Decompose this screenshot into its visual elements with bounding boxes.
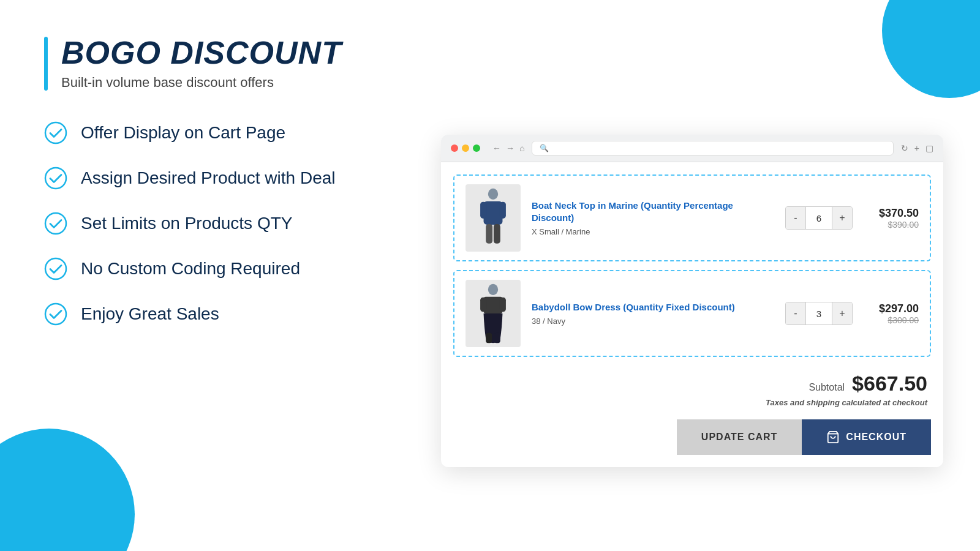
- svg-rect-8: [500, 202, 506, 219]
- qty-controls-1[interactable]: - 6 +: [785, 206, 853, 230]
- browser-window: ← → ⌂ 🔍 ↻ + ▢ Boat Neck T: [441, 135, 943, 467]
- nav-forward[interactable]: →: [506, 143, 514, 153]
- qty-decrease-2[interactable]: -: [786, 302, 805, 324]
- svg-rect-9: [486, 224, 492, 244]
- svg-point-0: [45, 122, 66, 143]
- feature-item-feat-4: No Custom Coding Required: [44, 257, 387, 280]
- svg-rect-12: [484, 297, 503, 313]
- price-current-2: $297.00: [864, 302, 919, 315]
- cart-icon: [826, 430, 840, 444]
- svg-rect-16: [494, 333, 500, 343]
- add-tab-icon[interactable]: +: [914, 143, 919, 153]
- item-price-1: $370.50 $390.00: [864, 207, 919, 230]
- features-list: Offer Display on Cart Page Assign Desire…: [44, 121, 387, 326]
- dot-green[interactable]: [473, 144, 480, 152]
- feature-label: Assign Desired Product with Deal: [81, 168, 336, 188]
- qty-value-1: 6: [805, 207, 832, 229]
- price-original-2: $300.00: [864, 315, 919, 325]
- qty-decrease-1[interactable]: -: [786, 207, 805, 229]
- cart-item-2: Babydoll Bow Dress (Quantity Fixed Disco…: [453, 270, 931, 357]
- feature-label: Offer Display on Cart Page: [81, 123, 285, 143]
- right-section: ← → ⌂ 🔍 ↻ + ▢ Boat Neck T: [441, 135, 943, 467]
- deco-circle-bottom-left: [0, 429, 135, 551]
- subtotal-amount: $667.50: [852, 372, 927, 395]
- tax-note: Taxes and shipping calculated at checkou…: [453, 398, 927, 407]
- item-price-2: $297.00 $300.00: [864, 302, 919, 325]
- qty-value-2: 3: [805, 302, 832, 324]
- svg-point-3: [45, 258, 66, 279]
- cart-subtotal: Subtotal $667.50 Taxes and shipping calc…: [453, 365, 931, 419]
- item-variant-2: 38 / Navy: [532, 317, 774, 326]
- svg-rect-7: [480, 202, 486, 219]
- cart-item-1: Boat Neck Top in Marine (Quantity Percen…: [453, 174, 931, 261]
- checkout-button[interactable]: CHECKOUT: [802, 419, 931, 455]
- title-accent-bar: [44, 37, 48, 91]
- item-name-1: Boat Neck Top in Marine (Quantity Percen…: [532, 200, 774, 223]
- title-block: BOGO DISCOUNT Built-in volume base disco…: [44, 37, 387, 91]
- check-circle-icon: [44, 167, 67, 190]
- search-icon: 🔍: [540, 144, 549, 152]
- extensions-icon[interactable]: ▢: [925, 143, 933, 153]
- svg-point-2: [45, 213, 66, 234]
- refresh-icon[interactable]: ↻: [901, 143, 908, 153]
- price-current-1: $370.50: [864, 207, 919, 220]
- check-circle-icon: [44, 121, 67, 144]
- feature-item-feat-1: Offer Display on Cart Page: [44, 121, 387, 144]
- item-variant-1: X Small / Marine: [532, 227, 774, 236]
- cart-items-container: Boat Neck Top in Marine (Quantity Percen…: [453, 174, 931, 357]
- svg-point-4: [45, 304, 66, 324]
- qty-controls-2[interactable]: - 3 +: [785, 302, 853, 325]
- svg-rect-10: [494, 224, 500, 244]
- qty-increase-2[interactable]: +: [832, 302, 852, 324]
- browser-actions: ↻ + ▢: [901, 143, 933, 153]
- title-text: BOGO DISCOUNT Built-in volume base disco…: [61, 37, 342, 91]
- update-cart-button[interactable]: UPDATE CART: [677, 419, 802, 455]
- browser-dots: [451, 144, 480, 152]
- cart-actions: UPDATE CART CHECKOUT: [453, 419, 931, 455]
- item-details-2: Babydoll Bow Dress (Quantity Fixed Disco…: [532, 301, 774, 326]
- nav-back[interactable]: ←: [492, 143, 501, 153]
- feature-item-feat-3: Set Limits on Products QTY: [44, 212, 387, 235]
- dot-yellow[interactable]: [462, 144, 469, 152]
- svg-point-1: [45, 168, 66, 189]
- svg-rect-14: [500, 298, 506, 312]
- browser-bar: ← → ⌂ 🔍 ↻ + ▢: [441, 135, 943, 162]
- subtotal-label: Subtotal: [809, 382, 845, 393]
- feature-item-feat-5: Enjoy Great Sales: [44, 302, 387, 326]
- browser-nav: ← → ⌂: [492, 143, 524, 153]
- price-original-1: $390.00: [864, 220, 919, 230]
- check-circle-icon: [44, 257, 67, 280]
- main-title: BOGO DISCOUNT: [61, 37, 342, 69]
- svg-rect-15: [486, 333, 492, 343]
- svg-point-11: [488, 284, 498, 295]
- checkout-label: CHECKOUT: [846, 432, 907, 443]
- feature-label: Enjoy Great Sales: [81, 304, 219, 324]
- item-image-2: [466, 280, 521, 347]
- browser-url-bar[interactable]: 🔍: [532, 141, 893, 156]
- qty-increase-1[interactable]: +: [832, 207, 852, 229]
- subtotal-row: Subtotal $667.50: [453, 372, 927, 395]
- item-image-1: [466, 184, 521, 252]
- svg-point-5: [488, 189, 498, 200]
- dot-red[interactable]: [451, 144, 458, 152]
- feature-label: No Custom Coding Required: [81, 259, 300, 279]
- subtitle: Built-in volume base discount offers: [61, 75, 342, 91]
- check-circle-icon: [44, 212, 67, 235]
- browser-content: Boat Neck Top in Marine (Quantity Percen…: [441, 162, 943, 467]
- nav-home[interactable]: ⌂: [519, 143, 524, 153]
- left-section: BOGO DISCOUNT Built-in volume base disco…: [44, 37, 387, 326]
- item-name-2: Babydoll Bow Dress (Quantity Fixed Disco…: [532, 301, 774, 313]
- item-details-1: Boat Neck Top in Marine (Quantity Percen…: [532, 200, 774, 236]
- feature-label: Set Limits on Products QTY: [81, 214, 292, 233]
- svg-rect-13: [480, 298, 486, 312]
- svg-rect-6: [484, 201, 503, 225]
- deco-circle-top-right: [882, 0, 980, 98]
- feature-item-feat-2: Assign Desired Product with Deal: [44, 167, 387, 190]
- check-circle-icon: [44, 302, 67, 326]
